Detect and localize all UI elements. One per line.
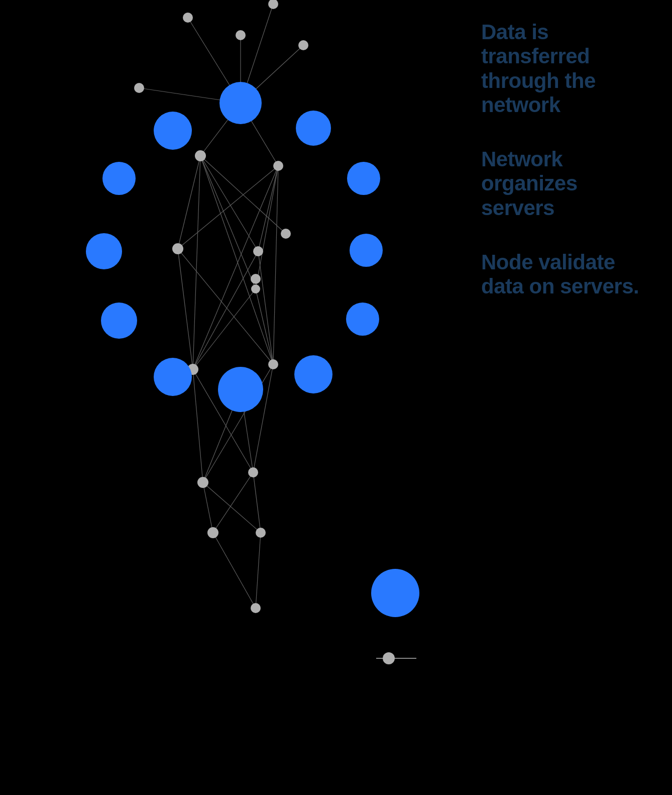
svg-point-59 bbox=[347, 162, 380, 195]
svg-point-49 bbox=[268, 359, 278, 369]
svg-line-35 bbox=[256, 533, 261, 608]
svg-line-7 bbox=[178, 156, 200, 249]
svg-line-32 bbox=[213, 472, 253, 533]
svg-line-21 bbox=[258, 251, 273, 364]
svg-point-56 bbox=[219, 82, 262, 124]
text-network-organizes: Network organizes servers bbox=[481, 147, 642, 220]
svg-line-33 bbox=[253, 472, 261, 533]
svg-point-37 bbox=[236, 30, 246, 40]
text-panel: Data is transferred through the network … bbox=[481, 20, 642, 299]
svg-point-38 bbox=[268, 0, 278, 9]
text-node-validate: Node validate data on servers. bbox=[481, 250, 642, 299]
svg-point-65 bbox=[218, 367, 263, 412]
svg-point-58 bbox=[102, 162, 136, 195]
svg-line-13 bbox=[178, 166, 278, 249]
svg-point-55 bbox=[154, 112, 192, 150]
svg-point-52 bbox=[207, 527, 218, 538]
svg-point-50 bbox=[197, 477, 208, 488]
svg-point-43 bbox=[172, 243, 183, 254]
text-data-transfer: Data is transferred through the network bbox=[481, 20, 642, 117]
svg-line-14 bbox=[258, 166, 278, 251]
text-block-3: Node validate data on servers. bbox=[481, 250, 642, 299]
svg-point-54 bbox=[251, 603, 261, 613]
svg-point-40 bbox=[134, 83, 144, 93]
svg-point-45 bbox=[281, 229, 291, 239]
svg-point-41 bbox=[195, 150, 206, 161]
svg-line-10 bbox=[200, 156, 256, 289]
svg-point-69 bbox=[383, 652, 395, 664]
svg-line-18 bbox=[178, 249, 193, 369]
svg-point-47 bbox=[251, 284, 260, 293]
svg-point-63 bbox=[346, 303, 379, 336]
text-block-1: Data is transferred through the network bbox=[481, 20, 642, 117]
svg-point-36 bbox=[183, 13, 193, 23]
svg-point-57 bbox=[296, 111, 331, 146]
svg-line-15 bbox=[256, 166, 278, 289]
svg-point-61 bbox=[350, 234, 383, 267]
page-container: Data is transferred through the network … bbox=[0, 0, 672, 795]
svg-point-67 bbox=[371, 569, 419, 617]
svg-point-39 bbox=[298, 40, 308, 50]
svg-line-17 bbox=[273, 166, 278, 364]
svg-line-11 bbox=[193, 156, 200, 369]
svg-point-62 bbox=[101, 303, 137, 339]
svg-line-20 bbox=[193, 251, 258, 369]
svg-line-22 bbox=[193, 289, 256, 369]
svg-point-60 bbox=[86, 233, 122, 269]
svg-point-42 bbox=[273, 161, 283, 171]
svg-point-53 bbox=[256, 528, 266, 538]
svg-line-12 bbox=[200, 156, 273, 364]
svg-line-34 bbox=[213, 533, 256, 608]
svg-point-64 bbox=[154, 358, 192, 396]
svg-point-44 bbox=[253, 246, 263, 256]
svg-line-19 bbox=[178, 249, 273, 364]
svg-point-46 bbox=[251, 274, 261, 284]
svg-line-24 bbox=[193, 369, 203, 482]
svg-point-51 bbox=[248, 467, 258, 477]
svg-line-16 bbox=[193, 166, 278, 369]
svg-point-66 bbox=[294, 355, 332, 393]
svg-line-8 bbox=[200, 156, 258, 251]
text-block-2: Network organizes servers bbox=[481, 147, 642, 220]
